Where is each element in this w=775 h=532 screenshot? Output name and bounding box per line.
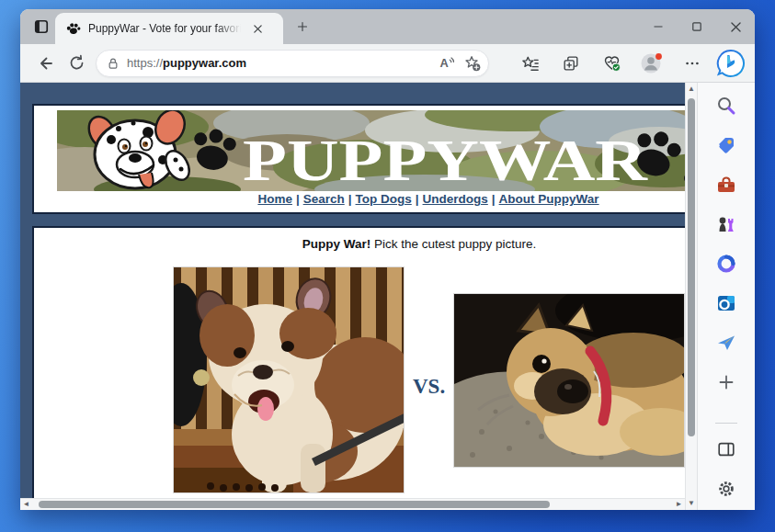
outlook-icon xyxy=(715,292,737,314)
tab-close-button[interactable] xyxy=(248,19,267,38)
sidebar-outlook-button[interactable] xyxy=(712,289,740,317)
window-controls xyxy=(639,9,755,44)
lock-icon xyxy=(106,56,120,71)
svg-text:A: A xyxy=(439,56,448,70)
bing-copilot-icon xyxy=(715,48,747,79)
toolbox-icon xyxy=(715,174,737,196)
tab-actions-icon xyxy=(32,17,51,36)
toolbar-right-group xyxy=(510,47,747,80)
profile-button[interactable] xyxy=(632,49,672,78)
drop-paper-plane-icon xyxy=(715,332,737,354)
site-header-box: PUPPYWAR Home|Search|Top Dogs xyxy=(32,104,685,214)
page-heading: Puppy War! Pick the cutest puppy picture… xyxy=(34,237,685,251)
horizontal-scrollbar[interactable]: ◄ ► xyxy=(20,498,685,510)
url-domain: puppywar.com xyxy=(163,56,246,70)
nav-link-top-dogs[interactable]: Top Dogs xyxy=(356,192,412,206)
nav-separator: | xyxy=(492,192,496,206)
title-bar: PuppyWar - Vote for your favorit xyxy=(20,9,755,44)
back-arrow-icon xyxy=(36,54,54,73)
games-chess-icon xyxy=(715,213,737,235)
bing-chat-button[interactable] xyxy=(714,47,747,80)
vertical-scroll-thumb[interactable] xyxy=(688,98,695,436)
favorites-button[interactable] xyxy=(510,49,551,78)
url-text[interactable]: https://puppywar.com xyxy=(127,56,433,70)
url-scheme: https:// xyxy=(127,56,163,70)
refresh-icon xyxy=(68,54,85,72)
banner-title: PUPPYWAR xyxy=(243,128,648,191)
collections-icon xyxy=(562,54,580,73)
maximize-button[interactable] xyxy=(678,9,716,44)
page-heading-bold: Puppy War! xyxy=(302,237,371,251)
sidebar-search-button[interactable] xyxy=(712,92,740,119)
tab-actions-menu-button[interactable] xyxy=(28,13,55,40)
plus-icon xyxy=(717,373,735,391)
page-heading-rest: Pick the cutest puppy picture. xyxy=(370,237,536,251)
vote-content-box: Puppy War! Pick the cutest puppy picture… xyxy=(32,226,685,498)
microsoft-365-icon xyxy=(715,253,737,275)
heart-pulse-icon xyxy=(602,53,621,73)
tab-title: PuppyWar - Vote for your favorit xyxy=(88,22,241,35)
star-plus-icon xyxy=(463,54,481,72)
scroll-right-arrow[interactable]: ► xyxy=(673,501,685,508)
puppy-photo-left[interactable] xyxy=(173,266,405,493)
sidebar-tools-button[interactable] xyxy=(712,171,740,198)
sidebar-settings-button[interactable] xyxy=(712,475,740,503)
nav-link-underdogs[interactable]: Underdogs xyxy=(423,192,488,206)
back-button[interactable] xyxy=(29,49,61,78)
refresh-button[interactable] xyxy=(61,49,92,78)
search-icon xyxy=(715,95,737,117)
sidebar-games-button[interactable] xyxy=(712,210,740,238)
scroll-left-arrow[interactable]: ◄ xyxy=(20,501,32,508)
site-navigation: Home|Search|Top Dogs|Underdogs|About Pup… xyxy=(34,192,685,206)
scroll-down-arrow[interactable]: ▼ xyxy=(686,500,698,507)
sidebar-add-button[interactable] xyxy=(712,368,740,396)
panel-toggle-icon xyxy=(716,439,736,459)
nav-link-home[interactable]: Home xyxy=(257,192,292,206)
plus-icon xyxy=(296,20,309,33)
vs-label: VS. xyxy=(413,375,445,399)
horizontal-scroll-thumb[interactable] xyxy=(39,501,550,508)
close-icon xyxy=(253,24,263,34)
read-aloud-icon: A xyxy=(438,54,455,72)
shopping-tag-icon xyxy=(715,134,737,156)
navigation-toolbar: https://puppywar.com A xyxy=(20,44,755,83)
puppy-battle-row: VS. xyxy=(173,266,685,493)
puppywar-banner-image: PUPPYWAR xyxy=(57,110,685,191)
edge-sidebar xyxy=(697,83,755,510)
browser-main-area: PUPPYWAR Home|Search|Top Dogs xyxy=(20,83,755,510)
add-favorite-button[interactable] xyxy=(459,51,484,75)
nav-link-search[interactable]: Search xyxy=(303,192,345,206)
nav-separator: | xyxy=(296,192,300,206)
vertical-scrollbar[interactable]: ▲ ▼ xyxy=(685,83,697,510)
scroll-up-arrow[interactable]: ▲ xyxy=(686,85,698,93)
nav-separator: | xyxy=(348,192,352,206)
paw-favicon-icon xyxy=(66,21,81,36)
sidebar-panel-toggle-button[interactable] xyxy=(712,436,740,463)
sidebar-m365-button[interactable] xyxy=(712,250,740,277)
sidebar-shopping-button[interactable] xyxy=(712,131,740,159)
new-tab-button[interactable] xyxy=(289,13,316,40)
nav-link-about[interactable]: About PuppyWar xyxy=(499,192,599,206)
favorites-star-list-icon xyxy=(521,54,540,73)
browser-window: PuppyWar - Vote for your favorit xyxy=(20,9,755,510)
read-aloud-button[interactable]: A xyxy=(433,51,459,75)
collections-button[interactable] xyxy=(551,49,591,78)
address-bar[interactable]: https://puppywar.com A xyxy=(96,50,489,77)
puppywar-page: PUPPYWAR Home|Search|Top Dogs xyxy=(20,83,685,498)
settings-menu-button[interactable] xyxy=(672,49,712,78)
more-ellipsis-icon xyxy=(684,55,701,72)
gear-icon xyxy=(716,479,736,499)
close-icon xyxy=(730,21,742,33)
maximize-icon xyxy=(691,21,702,32)
banner-container: PUPPYWAR xyxy=(57,110,685,191)
browser-tab[interactable]: PuppyWar - Vote for your favorit xyxy=(55,13,283,44)
browser-essentials-button[interactable] xyxy=(591,49,632,78)
profile-avatar xyxy=(640,51,664,75)
sidebar-divider xyxy=(715,423,737,424)
sidebar-drop-button[interactable] xyxy=(712,329,740,357)
close-window-button[interactable] xyxy=(716,9,755,44)
minimize-button[interactable] xyxy=(639,9,678,44)
page-column: PUPPYWAR Home|Search|Top Dogs xyxy=(20,83,685,510)
nav-separator: | xyxy=(416,192,419,206)
puppy-photo-right[interactable] xyxy=(453,293,685,468)
